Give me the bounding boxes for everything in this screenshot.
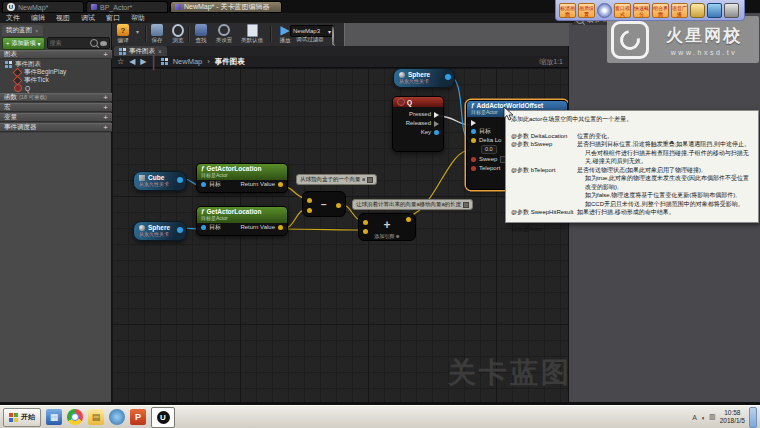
nav-back-icon[interactable]: ◀ (129, 58, 135, 66)
node-cube-ref[interactable]: Cube 从永久性关卡 (133, 171, 187, 191)
powerpoint-icon[interactable]: P (130, 409, 146, 425)
node-tooltip: 添加此actor在场景空间中其位置的一个差量。 @参数 DeltaLocatio… (505, 110, 759, 223)
comment-bubble-vector[interactable]: 从球指向盒子的一个向量 a (296, 174, 377, 185)
target-input-pin[interactable] (201, 225, 206, 230)
target-input-pin[interactable] (201, 182, 206, 187)
event-graph-canvas[interactable]: 关卡蓝图 Sphere 从永久性关卡 Q Pressed Released Ke… (112, 68, 568, 402)
folder-icon[interactable]: ▤ (88, 409, 104, 425)
close-icon[interactable]: × (35, 28, 39, 34)
event-graph-doc-tab[interactable]: 事件图表 × (114, 46, 167, 56)
dual-monitor-icon[interactable] (707, 3, 722, 18)
pin-icon[interactable] (367, 177, 373, 183)
add-pin-label[interactable]: 添加引脚 ⊕ (359, 233, 415, 239)
menu-file[interactable]: 文件 (6, 13, 20, 23)
key-output-pin[interactable] (434, 130, 439, 135)
exec-input-pin[interactable] (471, 120, 476, 126)
add-new-label: 添加新项 (12, 39, 36, 48)
exec-output-pin[interactable] (434, 121, 439, 127)
recorder-button-5[interactable]: 组合界面 (652, 3, 669, 18)
node-vector-subtract[interactable]: − (302, 191, 346, 217)
node-title: Cube (148, 174, 164, 181)
object-output-pin[interactable] (445, 74, 451, 80)
recorder-button-3[interactable]: 窗口模式 (614, 3, 631, 18)
add-new-button[interactable]: + 添加新项 ▾ (2, 37, 45, 50)
brand-watermark: 火星网校 www.hxsd.tv (607, 16, 759, 63)
nav-forward-icon[interactable]: ▶ (140, 58, 146, 66)
class-defaults-button[interactable]: 类默认值 (236, 24, 268, 44)
recorder-button-1[interactable]: 标清画面 (559, 3, 576, 18)
close-icon[interactable]: × (158, 48, 162, 55)
window-tab-level-blueprint[interactable]: NewMap* - 关卡蓝图编辑器 (170, 1, 282, 13)
graph-tab-icon (119, 48, 126, 55)
menu-view[interactable]: 视图 (56, 13, 70, 23)
language-indicator-icon[interactable]: A (692, 414, 697, 421)
return-value-pin[interactable] (278, 182, 283, 187)
my-blueprint-tab[interactable]: 我的蓝图 × (2, 25, 43, 36)
target-input-pin[interactable] (471, 129, 476, 134)
pin-icon[interactable] (463, 202, 469, 208)
compile-dropdown-icon[interactable]: ▾ (136, 28, 139, 35)
section-dispatchers[interactable]: 事件调度器 + (0, 123, 112, 132)
sweep-pin[interactable] (471, 157, 476, 162)
recorder-button-2[interactable]: 画质设置 (578, 3, 595, 18)
class-settings-button[interactable]: 类设置 (211, 24, 237, 44)
unreal-taskbar-button[interactable]: U (151, 407, 175, 428)
pin-label-return: Return Value (240, 181, 275, 188)
network-icon[interactable]: ▥ (709, 413, 716, 421)
exec-output-pin[interactable] (434, 112, 439, 118)
tree-item-q-event[interactable]: Q (14, 84, 30, 92)
volume-icon[interactable]: ◖ (701, 414, 705, 421)
section-variables[interactable]: 变量 + (0, 113, 112, 122)
section-functions[interactable]: 函数 (18 可重载) + (0, 93, 112, 102)
window-tab-newmap[interactable]: U NewMap* (2, 1, 84, 13)
delta-location-pin[interactable] (471, 138, 476, 143)
taskbar-clock[interactable]: 10:58 2018/1/5 (720, 409, 745, 425)
node-get-actor-location-1[interactable]: ƒ GetActorLocation 目标是Actor 目标 Return Va… (196, 163, 288, 193)
bookmark-star-icon[interactable]: ☆ (117, 58, 124, 66)
mouse-cursor (503, 106, 515, 122)
teleport-pin[interactable] (471, 166, 476, 171)
window-tab-bp-actor[interactable]: BP_Actor* (86, 1, 168, 13)
object-output-pin[interactable] (177, 177, 183, 183)
start-button[interactable]: 开始 (3, 408, 41, 427)
add-dispatcher-icon[interactable]: + (103, 125, 108, 131)
add-macro-icon[interactable]: + (103, 105, 108, 111)
menu-debug[interactable]: 调试 (81, 13, 95, 23)
breadcrumb-root[interactable]: NewMap (173, 57, 203, 66)
section-macros[interactable]: 宏 + (0, 103, 112, 112)
lamp-icon[interactable] (690, 3, 705, 18)
toolbar-search-icon[interactable] (332, 27, 334, 45)
section-graphs[interactable]: 图表 + (0, 50, 112, 59)
recorder-button-6[interactable]: 语音广播 (671, 3, 688, 18)
add-graph-icon[interactable]: + (103, 52, 108, 58)
blueprint-search-input[interactable] (50, 40, 88, 46)
filter-eye-icon[interactable] (100, 41, 107, 46)
menu-window[interactable]: 窗口 (106, 13, 120, 23)
menu-help[interactable]: 帮助 (131, 13, 145, 23)
recorder-button-4[interactable]: 快速截分 (633, 3, 650, 18)
comment-bubble-move[interactable]: 让球沿着计算出来的向量a移动向量a的长度 (352, 199, 473, 210)
tree-label: Q (25, 85, 30, 92)
divider: | (151, 53, 155, 71)
blueprint-asset-icon (175, 4, 181, 10)
chrome-icon[interactable] (67, 409, 83, 425)
speaker-icon[interactable] (724, 3, 739, 18)
node-sphere-ref-bottom[interactable]: Sphere 从永久性关卡 (133, 221, 187, 241)
node-vector-add[interactable]: + 添加引脚 ⊕ (358, 213, 416, 241)
menu-edit[interactable]: 编辑 (31, 13, 45, 23)
function-icon: ƒ (471, 102, 475, 109)
cd-icon[interactable] (597, 3, 612, 18)
globe-browser-icon[interactable] (109, 409, 125, 425)
show-desktop-button[interactable] (749, 407, 757, 428)
return-value-pin[interactable] (278, 225, 283, 230)
media-player-icon[interactable]: ▦ (46, 409, 62, 425)
node-q-key-event[interactable]: Q Pressed Released Key (392, 96, 444, 152)
browse-label: 浏览 (173, 37, 184, 44)
object-output-pin[interactable] (177, 227, 183, 233)
add-variable-icon[interactable]: + (103, 115, 108, 121)
add-function-icon[interactable]: + (103, 95, 108, 101)
node-sphere-ref-top[interactable]: Sphere 从永久性关卡 (393, 68, 455, 88)
delta-x-field[interactable]: 0.0 (481, 145, 497, 154)
compile-button[interactable]: ? 编译 (110, 24, 136, 44)
node-get-actor-location-2[interactable]: ƒ GetActorLocation 目标是Actor 目标 Return Va… (196, 206, 288, 236)
